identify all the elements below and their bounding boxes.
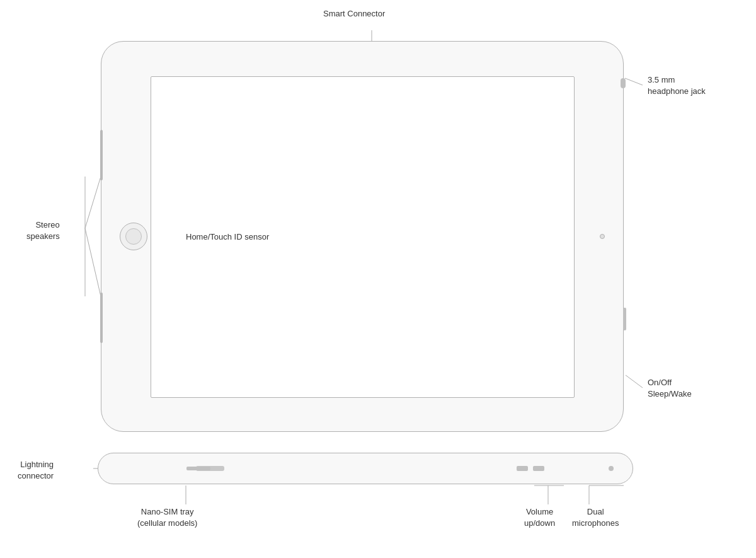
diagram-container: Smart Connector 3.5 mm headphone jack St… — [0, 0, 756, 558]
volume-buttons — [517, 466, 544, 471]
stereo-speakers-label: Stereo speakers — [26, 219, 60, 242]
sleep-wake-label: On/Off Sleep/Wake — [648, 377, 692, 400]
headphone-jack-label: 3.5 mm headphone jack — [648, 74, 706, 97]
front-camera — [600, 234, 605, 239]
dual-mic-label: Dual microphones — [572, 506, 619, 529]
headphone-jack — [621, 78, 626, 88]
svg-line-6 — [626, 375, 643, 388]
home-touch-id-label: Home/Touch ID sensor — [186, 231, 269, 243]
nano-sim-label: Nano-SIM tray (cellular models) — [137, 506, 197, 529]
nano-sim-tray — [186, 467, 210, 470]
speaker-left-top — [100, 130, 103, 180]
lightning-connector-label: Lightning connector — [18, 459, 54, 482]
ipad-bottom-body — [98, 453, 633, 484]
volume-label: Volume up/down — [524, 506, 555, 529]
svg-line-3 — [85, 228, 101, 296]
smart-connector-label: Smart Connector — [323, 8, 385, 20]
mic-port — [609, 466, 614, 471]
svg-line-1 — [625, 78, 643, 85]
sleep-wake-button — [623, 308, 626, 330]
speaker-left-bottom — [100, 293, 103, 343]
volume-btn-2 — [533, 466, 544, 471]
svg-line-2 — [85, 177, 101, 228]
home-button[interactable] — [120, 223, 147, 250]
volume-btn-1 — [517, 466, 528, 471]
home-button-inner — [125, 228, 142, 245]
ipad-front-body — [101, 41, 624, 432]
